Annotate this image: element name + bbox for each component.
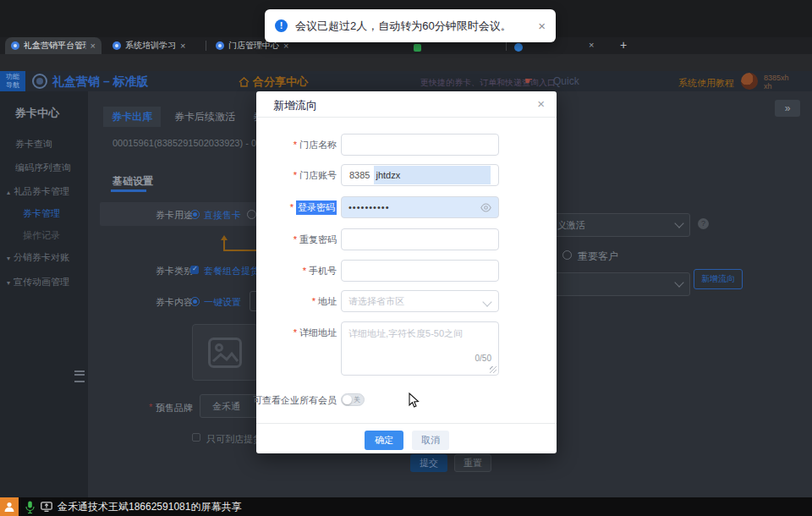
store-name-input[interactable]: [341, 134, 499, 156]
radio-one-click-setup[interactable]: [190, 297, 200, 306]
detail-placeholder: 详细地址,字符长度5-50之间: [348, 327, 463, 340]
submit-button[interactable]: 提交: [410, 454, 447, 472]
user-avatar[interactable]: [741, 73, 758, 90]
cancel-button[interactable]: 取消: [412, 431, 449, 450]
site-favicon: [11, 41, 19, 50]
checkbox-combo-card[interactable]: [190, 266, 199, 274]
tab-card-outbound[interactable]: 券卡出库: [103, 107, 161, 127]
card-content-label: 券卡内容: [156, 296, 193, 309]
sidebar-item-gift-card-mgmt[interactable]: ▴礼品券卡管理: [7, 185, 69, 198]
hidden-tab-favicon[interactable]: [414, 44, 421, 52]
sidebar-collapse-icon[interactable]: [74, 371, 85, 382]
tab-close-icon[interactable]: ×: [589, 40, 594, 50]
function-nav-button[interactable]: 功能 导航: [0, 71, 25, 91]
eye-icon[interactable]: [480, 203, 491, 212]
activation-dropdown-value: 义激活: [557, 220, 585, 230]
person-icon: [3, 501, 15, 513]
new-tab-button[interactable]: +: [620, 38, 627, 52]
flow-dropdown[interactable]: [550, 272, 690, 296]
site-favicon: [216, 41, 224, 50]
store-name-label: * 门店名称: [235, 134, 337, 156]
reset-button[interactable]: 重置: [454, 454, 491, 472]
user-id-text: 8385xh: [764, 74, 789, 82]
add-flow-modal: 新增流向 × * 门店名称 * 门店账号 8385 jhtdzx * 登录密码 …: [256, 91, 557, 453]
meeting-toast: ! 会议已超过2人，自动转为60分钟限时会议。 ×: [265, 9, 556, 42]
sidebar-item-promo-animation[interactable]: ▾宣传动画管理: [7, 276, 69, 288]
label-text: 可查看企业所有会员: [253, 394, 337, 407]
info-icon: !: [275, 19, 288, 32]
repeat-password-label: * 重复密码: [235, 228, 337, 250]
tab-close-icon[interactable]: ×: [91, 41, 96, 51]
tab-basic-settings[interactable]: 基础设置: [112, 174, 153, 189]
screen-share-text: 金禾通技术王斌18662591081的屏幕共享: [58, 500, 241, 514]
caret-down-icon: ▾: [7, 255, 10, 262]
app-logo-icon: [32, 74, 47, 89]
sidebar-item-code-sequence[interactable]: 编码序列查询: [15, 162, 71, 174]
sidebar-item-label: 宣传动画管理: [14, 277, 69, 287]
tutorial-link[interactable]: 系统使用教程: [678, 77, 734, 90]
account-prefix: 8385: [342, 170, 374, 180]
sidebar-item-card-query[interactable]: 券卡查询: [15, 138, 52, 151]
label-text: 手机号: [309, 265, 337, 277]
panel-collapse-button[interactable]: »: [775, 100, 800, 117]
store-account-input[interactable]: 8385 jhtdzx: [341, 164, 499, 186]
sidebar-item-operation-log[interactable]: 操作记录: [23, 229, 60, 242]
toast-close-icon[interactable]: ×: [538, 19, 546, 33]
member-visibility-label: 可查看企业所有会员: [235, 389, 337, 411]
address-label: * 地址: [235, 290, 337, 312]
label-text: 门店账号: [299, 169, 337, 182]
sidebar-section-title: 券卡中心: [15, 106, 59, 121]
mouse-cursor: [409, 392, 420, 409]
promo-text: 更快捷的券卡、订单和快递查询入口: [420, 77, 556, 89]
help-icon[interactable]: ?: [698, 218, 709, 229]
caret-down-icon: ▾: [7, 279, 10, 287]
radio-important-customer-label[interactable]: 重要客户: [578, 250, 618, 264]
modal-close-icon[interactable]: ×: [537, 96, 545, 111]
tab-label: 系统培训学习: [125, 40, 176, 52]
app-title: 礼盒营销 – 标准版: [52, 74, 149, 90]
required-mark: *: [294, 327, 297, 338]
sidebar-item-card-mgmt-active[interactable]: 券卡管理: [23, 207, 60, 220]
detail-address-label: * 详细地址: [235, 321, 337, 343]
tab-card-activation[interactable]: 券卡后续激活: [166, 107, 244, 127]
store-account-label: * 门店账号: [235, 164, 337, 186]
quick-search-label[interactable]: Quick: [553, 75, 579, 87]
login-password-label: * 登录密码: [235, 196, 337, 218]
radio-important-customer[interactable]: [562, 250, 572, 260]
login-password-input[interactable]: ••••••••••: [341, 196, 499, 218]
radio-direct-sale[interactable]: [190, 210, 200, 219]
browser-tab[interactable]: 系统培训学习 ×: [107, 37, 201, 54]
address-select[interactable]: 请选择省市区: [341, 290, 499, 312]
toast-text: 会议已超过2人，自动转为60分钟限时会议。: [295, 19, 530, 34]
share-center-link[interactable]: 合分享中心: [239, 74, 308, 90]
sidebar-item-label: 分销券卡对账: [14, 252, 69, 262]
card-usage-label: 券卡用途: [156, 209, 193, 222]
activation-dropdown[interactable]: 义激活: [550, 213, 690, 237]
modal-header: 新增流向 ×: [256, 91, 557, 118]
sidebar-item-distribution[interactable]: ▾分销券卡对账: [7, 251, 69, 264]
label-text: 重复密码: [299, 233, 337, 246]
label-text: 门店名称: [299, 139, 337, 151]
share-center-label: 合分享中心: [253, 74, 308, 90]
browser-tab-active[interactable]: 礼盒营销平台管理中心 ×: [5, 37, 102, 54]
checkbox-store-pickup[interactable]: [192, 433, 200, 442]
checkbox-store-pickup-label[interactable]: 只可到店提货: [206, 433, 262, 446]
nav-label-line2: 导航: [6, 81, 19, 90]
chevron-down-icon: [674, 277, 683, 287]
required-mark: *: [294, 140, 297, 150]
resize-grip-icon[interactable]: [490, 366, 497, 373]
screen: 礼盒营销平台管理中心 × 系统培训学习 × 门店管理中心 × × + ⌄ – ▢…: [0, 0, 812, 516]
microphone-icon: [25, 501, 35, 513]
tab-close-icon[interactable]: ×: [180, 41, 185, 51]
site-favicon: [112, 41, 121, 50]
label-text: 详细地址: [299, 327, 337, 339]
password-dots: ••••••••••: [348, 202, 390, 212]
detail-address-textarea[interactable]: 详细地址,字符长度5-50之间 0/50: [341, 321, 499, 376]
screen-share-icon: [41, 502, 52, 512]
repeat-password-input[interactable]: [341, 228, 499, 250]
hidden-tab-favicon[interactable]: [514, 43, 523, 52]
member-visibility-toggle[interactable]: 关: [341, 393, 365, 406]
confirm-button[interactable]: 确定: [365, 431, 403, 450]
phone-input[interactable]: [341, 260, 499, 282]
add-flow-button[interactable]: 新增流向: [694, 269, 743, 289]
